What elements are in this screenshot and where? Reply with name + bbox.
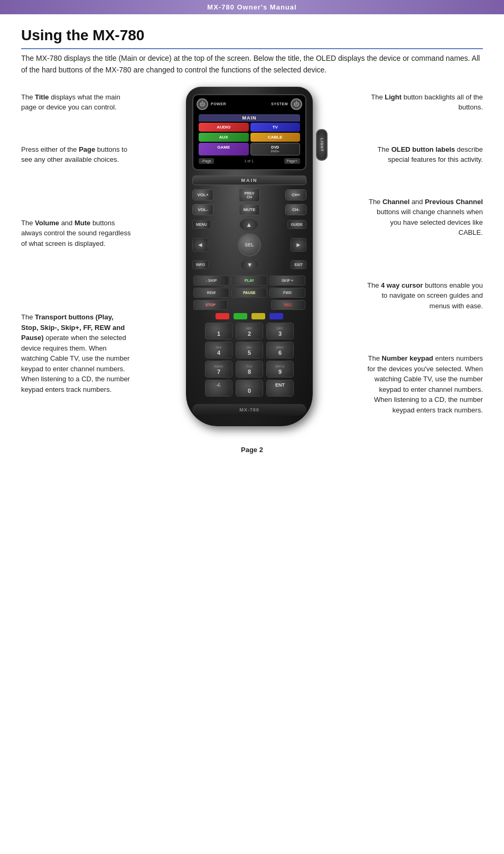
vol-plus-button[interactable]: VOL+	[192, 189, 213, 200]
key-4-button[interactable]: GHI 4	[205, 342, 232, 359]
mute-button[interactable]: MUTE	[239, 204, 260, 215]
nav-up-arrow[interactable]: ▲	[246, 221, 252, 228]
fwd-button[interactable]: FWD	[269, 288, 305, 298]
right-labels: The Light button backlights all of the b…	[367, 87, 483, 430]
color-buttons-row	[192, 313, 306, 319]
oled-tv-button[interactable]: TV	[250, 123, 301, 132]
remote-device: LIGHT ⏻ POWER SYSTEM ⏻	[186, 87, 313, 426]
nav-down-arrow[interactable]: ▼	[247, 261, 253, 269]
vol-ch-bottom-row: VOL- MUTE CH-	[192, 204, 306, 215]
prev-ch-button[interactable]: PREVCH	[239, 188, 260, 202]
page-row: -Page 1 of 1 Page+	[199, 157, 300, 165]
keypad-row-2: GHI 4 JKL 5 MNO 6	[192, 342, 306, 359]
stop-button[interactable]: STOP	[193, 300, 228, 310]
red-button[interactable]	[216, 313, 229, 319]
page-indicator: 1 of 1	[244, 159, 254, 163]
transport-row-1: - SKIP PLAY SKIP +	[192, 276, 306, 286]
blue-button[interactable]	[269, 313, 283, 319]
oled-display: MAIN AUDIO TV AUX CABLE	[197, 112, 302, 167]
nav-top-row: MENU ▲ GUIDE	[192, 218, 306, 231]
light-button[interactable]: LIGHT	[316, 129, 328, 161]
system-label: SYSTEM	[271, 102, 288, 106]
power-label: POWER	[211, 102, 226, 106]
page-header: MX-780 Owner's Manual	[0, 0, 504, 14]
transport-label-block: The Transport buttons (Play, Stop, Skip-…	[21, 312, 132, 394]
skip-minus-button[interactable]: - SKIP	[193, 276, 229, 286]
nav-left-arrow[interactable]: ◄	[197, 241, 203, 249]
transport-row-3: STOP REC	[192, 300, 306, 310]
nav-section: MENU ▲ GUIDE ◄ SEL	[192, 218, 306, 271]
header-title: MX-780 Owner's Manual	[207, 3, 296, 11]
key-9-button[interactable]: WXYZ 9	[266, 361, 294, 378]
rew-button[interactable]: REW	[193, 288, 229, 298]
oled-cable-button[interactable]: CABLE	[250, 133, 301, 142]
page-title: Using the MX-780	[21, 27, 483, 49]
skip-plus-button[interactable]: SKIP +	[269, 276, 305, 286]
key-7-button[interactable]: PQRS 7	[205, 361, 232, 378]
keypad-row-4: -/. — 0 ENT	[192, 380, 306, 397]
page-plus-button[interactable]: Page+	[284, 158, 300, 164]
sel-button[interactable]: SEL	[245, 242, 254, 247]
center-remote: LIGHT ⏻ POWER SYSTEM ⏻	[132, 87, 367, 430]
title-label-block: The Title displays what the main page or…	[21, 92, 132, 113]
vol-ch-section: VOL+ PREVCH CH+ VOL- MUTE CH-	[192, 188, 306, 215]
oled-main-label: MAIN	[199, 114, 300, 122]
diagram-area: The Title displays what the main page or…	[21, 87, 483, 430]
rec-button[interactable]: REC	[271, 300, 305, 310]
vol-ch-top-row: VOL+ PREVCH CH+	[192, 188, 306, 202]
oled-label-block: The OLED button labels describe special …	[367, 144, 483, 165]
cursor-label-block: The 4 way cursor buttons enable you to n…	[367, 280, 483, 311]
transport-section: - SKIP PLAY SKIP + REW PAUSE FWD STOP	[192, 276, 306, 310]
ch-minus-button[interactable]: CH-	[285, 204, 306, 215]
intro-text: The MX-780 displays the title (Main or d…	[21, 52, 483, 76]
key-5-button[interactable]: JKL 5	[236, 342, 263, 359]
light-button-label: LIGHT	[320, 138, 324, 152]
oled-audio-button[interactable]: AUDIO	[199, 123, 249, 132]
key-0-button[interactable]: — 0	[236, 380, 263, 397]
page-label-block: Press either of the Page buttons to see …	[21, 144, 132, 165]
light-label-block: The Light button backlights all of the b…	[367, 92, 483, 113]
power-button[interactable]: ⏻	[197, 98, 208, 110]
key-8-button[interactable]: TUV 8	[236, 361, 263, 378]
vol-minus-button[interactable]: VOL-	[192, 204, 213, 215]
remote-body: LIGHT ⏻ POWER SYSTEM ⏻	[186, 87, 313, 426]
oled-dvd-button[interactable]: DVDDVD+	[250, 143, 301, 155]
screen-top-row: ⏻ POWER SYSTEM ⏻	[197, 98, 302, 110]
channel-label-block: The Channel and Previous Channel buttons…	[367, 197, 483, 238]
oled-game-button[interactable]: GAME	[199, 143, 249, 155]
key-dash-button[interactable]: -/.	[205, 380, 232, 397]
play-button[interactable]: PLAY	[231, 276, 267, 286]
oled-aux-button[interactable]: AUX	[199, 133, 249, 142]
oled-row-1: AUDIO TV	[199, 123, 300, 132]
transport-row-2: REW PAUSE FWD	[192, 288, 306, 298]
key-6-button[interactable]: MNO 6	[266, 342, 294, 359]
number-label-block: The Number keypad enters numbers for the…	[367, 353, 483, 415]
yellow-button[interactable]	[251, 313, 265, 319]
green-button[interactable]	[234, 313, 247, 319]
keypad-row-3: PQRS 7 TUV 8 WXYZ 9	[192, 361, 306, 378]
ch-plus-button[interactable]: CH+	[285, 189, 306, 200]
key-2-button[interactable]: ABC 2	[236, 323, 263, 339]
volume-label-block: The Volume and Mute buttons always contr…	[21, 218, 132, 249]
info-button[interactable]: INFO	[192, 260, 209, 269]
key-ent-button[interactable]: ENT	[266, 380, 294, 397]
page-minus-button[interactable]: -Page	[199, 158, 214, 164]
menu-button[interactable]: MENU	[192, 220, 211, 229]
left-labels: The Title displays what the main page or…	[21, 87, 132, 430]
oled-row-2: AUX CABLE	[199, 133, 300, 142]
key-1-button[interactable]: · · 1	[205, 323, 232, 339]
oled-row-3: GAME DVDDVD+	[199, 143, 300, 155]
keypad-section: · · 1 ABC 2 DEF 3	[192, 323, 306, 397]
main-label-bar: MAIN	[192, 176, 306, 185]
nav-right-arrow[interactable]: ►	[295, 241, 302, 249]
keypad-row-1: · · 1 ABC 2 DEF 3	[192, 323, 306, 339]
key-3-button[interactable]: DEF 3	[266, 323, 294, 339]
pause-button[interactable]: PAUSE	[231, 288, 267, 298]
system-button[interactable]: ⏻	[291, 98, 302, 110]
page-footer: Page 2	[21, 446, 483, 464]
main-content: Using the MX-780 The MX-780 displays the…	[0, 14, 504, 475]
exit-button[interactable]: EXIT	[291, 260, 306, 269]
guide-button[interactable]: GUIDE	[287, 220, 306, 229]
remote-brand-label: MX-780	[192, 404, 306, 416]
screen-area: ⏻ POWER SYSTEM ⏻ MAIN	[192, 94, 306, 170]
